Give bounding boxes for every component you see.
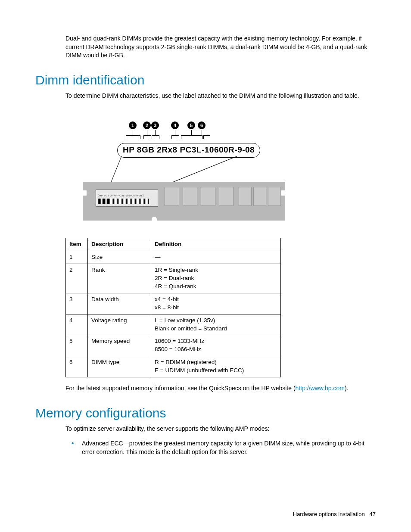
page-footer: Hardware options installation 47 xyxy=(293,511,376,517)
cell-description: Memory speed xyxy=(88,335,151,356)
badge-6: 6 xyxy=(198,121,206,129)
cell-definition: x4 = 4-bitx8 = 8-bit xyxy=(151,293,281,314)
list-item: Advanced ECC—provides the greatest memor… xyxy=(82,439,376,457)
heading-dimm-identification: Dimm identification xyxy=(35,73,376,87)
table-row: 5Memory speed10600 = 1333-MHz8500 = 1066… xyxy=(66,335,281,356)
dimm-id-paragraph: To determine DIMM characteristics, use t… xyxy=(35,92,376,100)
table-header-row: Item Description Definition xyxy=(66,238,281,251)
footer-section: Hardware options installation xyxy=(293,511,365,517)
badge-5: 5 xyxy=(187,121,195,129)
cell-definition: — xyxy=(151,251,281,264)
memory-config-paragraph: To optimize server availability, the ser… xyxy=(35,425,376,433)
cell-description: Data width xyxy=(88,293,151,314)
cell-definition: 1R = Single-rank2R = Dual-rank4R = Quad-… xyxy=(151,264,281,293)
hp-website-link[interactable]: http://www.hp.com xyxy=(296,385,345,392)
badge-2: 2 xyxy=(143,121,151,129)
quickspecs-pre: For the latest supported memory informat… xyxy=(65,385,296,392)
footer-page-number: 47 xyxy=(370,511,376,517)
dimm-label-callout: HP 8GB 2Rx8 PC3L-10600R-9-08 xyxy=(117,143,260,158)
table-row: 3Data widthx4 = 4-bitx8 = 8-bit xyxy=(66,293,281,314)
cell-description: DIMM type xyxy=(88,356,151,377)
cell-definition: R = RDIMM (registered)E = UDIMM (unbuffe… xyxy=(151,356,281,377)
cell-description: Rank xyxy=(88,264,151,293)
cell-item: 2 xyxy=(66,264,88,293)
quickspecs-paragraph: For the latest supported memory informat… xyxy=(35,384,376,393)
cell-item: 1 xyxy=(66,251,88,264)
dimm-definition-table: Item Description Definition 1Size—2Rank1… xyxy=(65,238,281,377)
cell-item: 5 xyxy=(66,335,88,356)
table-row: 2Rank1R = Single-rank2R = Dual-rank4R = … xyxy=(66,264,281,293)
cell-item: 6 xyxy=(66,356,88,377)
intro-paragraph: Dual- and quad-rank DIMMs provide the gr… xyxy=(35,34,376,60)
cell-definition: 10600 = 1333-MHz8500 = 1066-MHz xyxy=(151,335,281,356)
th-item: Item xyxy=(66,238,88,251)
dimm-body: HP 8GB 2Rx8 PC3L-10600R-9-08 xyxy=(83,182,285,221)
th-description: Description xyxy=(88,238,151,251)
cell-description: Voltage rating xyxy=(88,314,151,335)
cell-item: 4 xyxy=(66,314,88,335)
table-row: 6DIMM typeR = RDIMM (registered)E = UDIM… xyxy=(66,356,281,377)
barcode-icon xyxy=(98,199,149,204)
th-definition: Definition xyxy=(151,238,281,251)
badge-3: 3 xyxy=(151,121,159,129)
cell-description: Size xyxy=(88,251,151,264)
quickspecs-post: ). xyxy=(345,385,349,392)
badge-4: 4 xyxy=(171,121,179,129)
dimm-physical-label: HP 8GB 2Rx8 PC3L-10600R-9-08 xyxy=(96,190,158,207)
table-row: 4Voltage ratingL = Low voltage (1.35v)Bl… xyxy=(66,314,281,335)
cell-item: 3 xyxy=(66,293,88,314)
dimm-label-tiny-text: HP 8GB 2Rx8 PC3L-10600R-9-08 xyxy=(98,194,143,197)
heading-memory-configurations: Memory configurations xyxy=(35,406,376,420)
table-row: 1Size— xyxy=(66,251,281,264)
badge-1: 1 xyxy=(129,121,137,129)
cell-definition: L = Low voltage (1.35v)Blank or omitted … xyxy=(151,314,281,335)
dimm-diagram: 1 2 3 4 5 6 HP 8GB 2Rx8 PC3L-10600R-9-08 xyxy=(35,121,376,221)
amp-modes-list: Advanced ECC—provides the greatest memor… xyxy=(35,439,376,457)
